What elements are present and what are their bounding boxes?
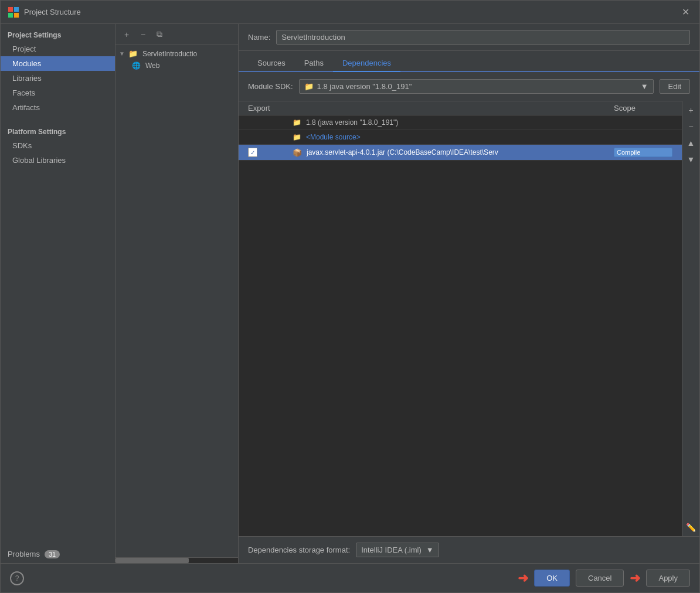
tabs-row: Sources Paths Dependencies — [239, 51, 699, 72]
dep-row-module-source[interactable]: 📁 <Module source> — [239, 130, 682, 145]
svg-rect-3 — [14, 13, 19, 18]
dependencies-panel: Module SDK: 📁 1.8 java version "1.8.0_19… — [239, 72, 699, 563]
name-label: Name: — [248, 33, 270, 42]
tab-sources[interactable]: Sources — [248, 55, 295, 71]
remove-module-button[interactable]: − — [137, 28, 149, 41]
expand-arrow-icon: ▼ — [119, 50, 125, 57]
deps-main: Export Scope 📁 1.8 (java version — [239, 101, 682, 536]
format-dropdown[interactable]: IntelliJ IDEA (.iml) ▼ — [356, 543, 439, 557]
deps-table-header: Export Scope — [239, 101, 682, 115]
sdk-dropdown-arrow-icon: ▼ — [641, 82, 648, 91]
add-module-button[interactable]: + — [120, 28, 133, 41]
dep-row-jdk[interactable]: 📁 1.8 (java version "1.8.0_191") — [239, 115, 682, 130]
scope-dropdown-servlet[interactable]: Compile — [614, 148, 672, 157]
tree-toolbar: + − ⧉ — [115, 24, 238, 45]
sidebar-item-global-libraries[interactable]: Global Libraries — [1, 153, 115, 168]
deps-table-body: 📁 1.8 (java version "1.8.0_191") 📁 <Modu… — [239, 115, 682, 536]
deps-right-actions: + − ▲ ▼ ✏️ — [682, 101, 699, 536]
export-col-servlet: ✓ — [248, 148, 290, 157]
format-dropdown-arrow-icon: ▼ — [426, 546, 434, 554]
dep-name-module-source: <Module source> — [304, 133, 611, 141]
dialog-title: Project Structure — [24, 8, 678, 16]
svg-rect-1 — [14, 7, 19, 12]
sdk-folder-icon: 📁 — [304, 82, 314, 91]
cancel-button[interactable]: Cancel — [576, 570, 624, 587]
main-content: Project Settings Project Modules Librari… — [1, 24, 699, 563]
project-settings-header: Project Settings — [1, 24, 115, 42]
web-name-label: Web — [145, 62, 159, 70]
name-row: Name: — [239, 24, 699, 51]
apply-arrow-indicator: ➜ — [630, 571, 640, 586]
ok-button[interactable]: OK — [534, 570, 570, 587]
format-value: IntelliJ IDEA (.iml) — [361, 546, 422, 554]
edit-dep-button[interactable]: ✏️ — [685, 521, 698, 534]
jar-icon: 📦 — [293, 148, 302, 157]
close-button[interactable]: ✕ — [678, 5, 692, 19]
dep-name-servlet-jar: javax.servlet-api-4.0.1.jar (C:\CodeBase… — [304, 148, 611, 156]
tab-dependencies[interactable]: Dependencies — [333, 55, 400, 72]
project-structure-dialog: Project Structure ✕ Project Settings Pro… — [0, 0, 700, 593]
module-tree-content: ▼ 📁 ServletIntroductio 🌐 Web — [115, 45, 238, 557]
h-scrollbar-thumb — [115, 558, 189, 563]
module-folder-icon: 📁 — [128, 49, 138, 58]
web-icon: 🌐 — [132, 62, 141, 70]
move-down-button[interactable]: ▼ — [684, 152, 698, 166]
sidebar: Project Settings Project Modules Librari… — [1, 24, 115, 563]
sidebar-item-project[interactable]: Project — [1, 42, 115, 56]
scope-col-header: Scope — [614, 104, 672, 113]
right-panel: Name: Sources Paths Dependencies M — [239, 24, 699, 563]
export-checkbox-servlet[interactable]: ✓ — [248, 148, 257, 157]
sdk-value-label: 1.8 java version "1.8.0_191" — [317, 82, 412, 91]
copy-module-button[interactable]: ⧉ — [153, 28, 166, 41]
dep-row-servlet-jar[interactable]: ✓ 📦 javax.servlet-api-4.0.1.jar (C:\Code… — [239, 145, 682, 161]
svg-rect-0 — [8, 7, 13, 12]
footer: ? ➜ OK Cancel ➜ Apply — [1, 563, 699, 592]
module-sdk-row: Module SDK: 📁 1.8 java version "1.8.0_19… — [239, 79, 699, 101]
module-sdk-label: Module SDK: — [248, 82, 293, 91]
svg-rect-2 — [8, 13, 13, 18]
sidebar-item-facets[interactable]: Facets — [1, 86, 115, 100]
app-icon — [8, 6, 19, 18]
sidebar-item-libraries[interactable]: Libraries — [1, 71, 115, 86]
platform-settings-header: Platform Settings — [1, 121, 115, 138]
add-dep-button[interactable]: + — [684, 103, 698, 117]
problems-label: Problems — [8, 550, 40, 558]
problems-badge: 31 — [45, 550, 60, 558]
deps-table-container: Export Scope 📁 1.8 (java version — [239, 101, 699, 536]
format-label: Dependencies storage format: — [248, 546, 350, 554]
tab-paths[interactable]: Paths — [295, 55, 333, 71]
sidebar-item-sdks[interactable]: SDKs — [1, 138, 115, 153]
title-bar: Project Structure ✕ — [1, 1, 699, 24]
tree-item-servlet[interactable]: ▼ 📁 ServletIntroductio — [115, 47, 238, 60]
dep-name-jdk: 1.8 (java version "1.8.0_191") — [304, 118, 611, 127]
dep-scope-servlet[interactable]: Compile — [614, 148, 672, 157]
module-tree-panel: + − ⧉ ▼ 📁 ServletIntroductio 🌐 Web — [115, 24, 239, 563]
jdk-folder-icon: 📁 — [293, 118, 301, 127]
help-button[interactable]: ? — [10, 571, 24, 585]
tree-horizontal-scrollbar[interactable] — [115, 557, 238, 563]
problems-section[interactable]: Problems 31 — [1, 545, 115, 563]
ok-arrow-indicator: ➜ — [518, 571, 528, 586]
apply-button[interactable]: Apply — [646, 570, 690, 587]
sidebar-item-artifacts[interactable]: Artifacts — [1, 100, 115, 115]
move-up-button[interactable]: ▲ — [684, 136, 698, 150]
name-input[interactable] — [276, 30, 690, 45]
bottom-bar: Dependencies storage format: IntelliJ ID… — [239, 536, 699, 563]
remove-dep-button[interactable]: − — [684, 120, 698, 134]
sdk-dropdown[interactable]: 📁 1.8 java version "1.8.0_191" ▼ — [299, 79, 654, 94]
sidebar-item-modules[interactable]: Modules — [1, 56, 115, 71]
tree-item-web[interactable]: 🌐 Web — [115, 60, 238, 71]
module-source-folder-icon: 📁 — [293, 133, 301, 141]
module-name-label: ServletIntroductio — [142, 50, 197, 58]
export-col-header: Export — [248, 104, 295, 113]
sdk-edit-button[interactable]: Edit — [660, 79, 690, 94]
